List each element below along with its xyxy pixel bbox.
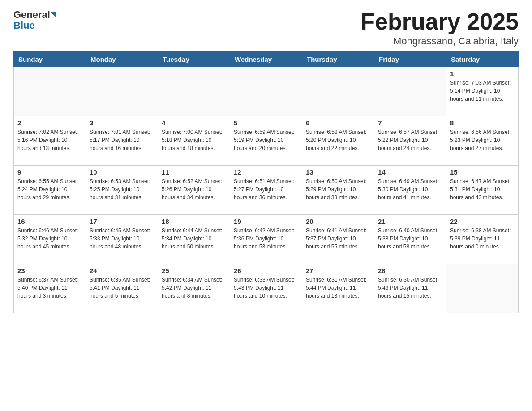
title-block: February 2025 Mongrassano, Calabria, Ita… <box>360 9 519 47</box>
day-number: 18 <box>162 218 226 225</box>
calendar-cell: 19Sunrise: 6:42 AM Sunset: 5:36 PM Dayli… <box>230 215 302 264</box>
calendar-cell: 26Sunrise: 6:33 AM Sunset: 5:43 PM Dayli… <box>230 264 302 313</box>
day-number: 2 <box>17 119 82 127</box>
calendar-cell <box>86 67 158 116</box>
logo-arrow-icon <box>51 12 56 18</box>
day-number: 27 <box>306 267 370 274</box>
calendar-week-row: 9Sunrise: 6:55 AM Sunset: 5:24 PM Daylig… <box>14 166 519 215</box>
day-info: Sunrise: 6:35 AM Sunset: 5:41 PM Dayligh… <box>90 276 154 300</box>
calendar-cell: 6Sunrise: 6:58 AM Sunset: 5:20 PM Daylig… <box>302 116 374 166</box>
calendar-cell: 11Sunrise: 6:52 AM Sunset: 5:26 PM Dayli… <box>158 166 230 215</box>
day-number: 16 <box>17 218 82 225</box>
day-info: Sunrise: 7:03 AM Sunset: 5:14 PM Dayligh… <box>450 79 515 103</box>
calendar-cell: 12Sunrise: 6:51 AM Sunset: 5:27 PM Dayli… <box>230 166 302 215</box>
day-info: Sunrise: 6:37 AM Sunset: 5:40 PM Dayligh… <box>17 276 82 300</box>
weekday-header-thursday: Thursday <box>302 52 374 67</box>
day-info: Sunrise: 6:47 AM Sunset: 5:31 PM Dayligh… <box>450 177 515 201</box>
calendar-cell <box>14 67 86 116</box>
day-number: 13 <box>306 168 370 176</box>
day-info: Sunrise: 6:51 AM Sunset: 5:27 PM Dayligh… <box>234 177 298 201</box>
calendar-cell: 9Sunrise: 6:55 AM Sunset: 5:24 PM Daylig… <box>14 166 86 215</box>
day-number: 24 <box>90 267 154 274</box>
day-number: 23 <box>17 267 82 274</box>
month-title: February 2025 <box>360 9 519 34</box>
day-info: Sunrise: 6:52 AM Sunset: 5:26 PM Dayligh… <box>162 177 226 201</box>
day-info: Sunrise: 6:38 AM Sunset: 5:39 PM Dayligh… <box>450 227 515 251</box>
calendar-cell: 25Sunrise: 6:34 AM Sunset: 5:42 PM Dayli… <box>158 264 230 313</box>
calendar-cell: 10Sunrise: 6:53 AM Sunset: 5:25 PM Dayli… <box>86 166 158 215</box>
calendar-cell: 20Sunrise: 6:41 AM Sunset: 5:37 PM Dayli… <box>302 215 374 264</box>
day-number: 3 <box>90 119 154 127</box>
calendar-week-row: 2Sunrise: 7:02 AM Sunset: 5:16 PM Daylig… <box>14 116 519 166</box>
calendar-cell: 14Sunrise: 6:49 AM Sunset: 5:30 PM Dayli… <box>374 166 446 215</box>
day-info: Sunrise: 6:57 AM Sunset: 5:22 PM Dayligh… <box>378 128 442 152</box>
calendar-cell: 3Sunrise: 7:01 AM Sunset: 5:17 PM Daylig… <box>86 116 158 166</box>
day-info: Sunrise: 6:56 AM Sunset: 5:23 PM Dayligh… <box>450 128 515 152</box>
day-info: Sunrise: 6:45 AM Sunset: 5:33 PM Dayligh… <box>90 227 154 251</box>
weekday-header-friday: Friday <box>374 52 446 67</box>
calendar-cell <box>302 67 374 116</box>
day-number: 14 <box>378 168 442 176</box>
day-number: 4 <box>162 119 226 127</box>
weekday-header-sunday: Sunday <box>14 52 86 67</box>
day-number: 9 <box>17 168 82 176</box>
day-number: 11 <box>162 168 226 176</box>
day-info: Sunrise: 6:41 AM Sunset: 5:37 PM Dayligh… <box>306 227 370 251</box>
weekday-header-wednesday: Wednesday <box>230 52 302 67</box>
day-number: 15 <box>450 168 515 176</box>
calendar-cell: 1Sunrise: 7:03 AM Sunset: 5:14 PM Daylig… <box>446 67 519 116</box>
calendar-cell <box>158 67 230 116</box>
day-info: Sunrise: 6:44 AM Sunset: 5:34 PM Dayligh… <box>162 227 226 251</box>
day-number: 5 <box>234 119 298 127</box>
day-info: Sunrise: 6:30 AM Sunset: 5:46 PM Dayligh… <box>378 276 442 300</box>
weekday-header-tuesday: Tuesday <box>158 52 230 67</box>
day-number: 28 <box>378 267 442 274</box>
day-info: Sunrise: 6:55 AM Sunset: 5:24 PM Dayligh… <box>17 177 82 201</box>
calendar-cell: 17Sunrise: 6:45 AM Sunset: 5:33 PM Dayli… <box>86 215 158 264</box>
day-info: Sunrise: 6:59 AM Sunset: 5:19 PM Dayligh… <box>234 128 298 152</box>
day-number: 26 <box>234 267 298 274</box>
calendar-cell: 15Sunrise: 6:47 AM Sunset: 5:31 PM Dayli… <box>446 166 519 215</box>
calendar-cell: 24Sunrise: 6:35 AM Sunset: 5:41 PM Dayli… <box>86 264 158 313</box>
day-info: Sunrise: 6:49 AM Sunset: 5:30 PM Dayligh… <box>378 177 442 201</box>
weekday-header-saturday: Saturday <box>446 52 519 67</box>
calendar-cell: 21Sunrise: 6:40 AM Sunset: 5:38 PM Dayli… <box>374 215 446 264</box>
day-info: Sunrise: 6:42 AM Sunset: 5:36 PM Dayligh… <box>234 227 298 251</box>
logo-general-text: General <box>13 9 50 21</box>
location-text: Mongrassano, Calabria, Italy <box>360 35 519 47</box>
calendar-cell: 8Sunrise: 6:56 AM Sunset: 5:23 PM Daylig… <box>446 116 519 166</box>
calendar-cell <box>230 67 302 116</box>
day-info: Sunrise: 7:00 AM Sunset: 5:18 PM Dayligh… <box>162 128 226 152</box>
day-number: 8 <box>450 119 515 127</box>
page-header: General Blue February 2025 Mongrassano, … <box>13 9 519 47</box>
weekday-header-row: SundayMondayTuesdayWednesdayThursdayFrid… <box>14 52 519 67</box>
day-info: Sunrise: 6:53 AM Sunset: 5:25 PM Dayligh… <box>90 177 154 201</box>
day-number: 22 <box>450 218 515 225</box>
calendar-cell: 18Sunrise: 6:44 AM Sunset: 5:34 PM Dayli… <box>158 215 230 264</box>
calendar-cell: 13Sunrise: 6:50 AM Sunset: 5:29 PM Dayli… <box>302 166 374 215</box>
day-info: Sunrise: 6:33 AM Sunset: 5:43 PM Dayligh… <box>234 276 298 300</box>
day-info: Sunrise: 6:50 AM Sunset: 5:29 PM Dayligh… <box>306 177 370 201</box>
day-info: Sunrise: 7:01 AM Sunset: 5:17 PM Dayligh… <box>90 128 154 152</box>
calendar-table: SundayMondayTuesdayWednesdayThursdayFrid… <box>13 51 519 313</box>
calendar-week-row: 23Sunrise: 6:37 AM Sunset: 5:40 PM Dayli… <box>14 264 519 313</box>
day-number: 7 <box>378 119 442 127</box>
day-info: Sunrise: 6:58 AM Sunset: 5:20 PM Dayligh… <box>306 128 370 152</box>
day-info: Sunrise: 6:34 AM Sunset: 5:42 PM Dayligh… <box>162 276 226 300</box>
weekday-header-monday: Monday <box>86 52 158 67</box>
day-number: 20 <box>306 218 370 225</box>
calendar-cell: 2Sunrise: 7:02 AM Sunset: 5:16 PM Daylig… <box>14 116 86 166</box>
calendar-cell <box>374 67 446 116</box>
day-number: 25 <box>162 267 226 274</box>
day-info: Sunrise: 6:31 AM Sunset: 5:44 PM Dayligh… <box>306 276 370 300</box>
calendar-cell: 23Sunrise: 6:37 AM Sunset: 5:40 PM Dayli… <box>14 264 86 313</box>
day-info: Sunrise: 6:40 AM Sunset: 5:38 PM Dayligh… <box>378 227 442 251</box>
day-number: 10 <box>90 168 154 176</box>
calendar-cell: 22Sunrise: 6:38 AM Sunset: 5:39 PM Dayli… <box>446 215 519 264</box>
day-number: 12 <box>234 168 298 176</box>
calendar-cell: 16Sunrise: 6:46 AM Sunset: 5:32 PM Dayli… <box>14 215 86 264</box>
calendar-week-row: 1Sunrise: 7:03 AM Sunset: 5:14 PM Daylig… <box>14 67 519 116</box>
logo-blue-text: Blue <box>13 20 35 31</box>
calendar-cell: 28Sunrise: 6:30 AM Sunset: 5:46 PM Dayli… <box>374 264 446 313</box>
calendar-week-row: 16Sunrise: 6:46 AM Sunset: 5:32 PM Dayli… <box>14 215 519 264</box>
